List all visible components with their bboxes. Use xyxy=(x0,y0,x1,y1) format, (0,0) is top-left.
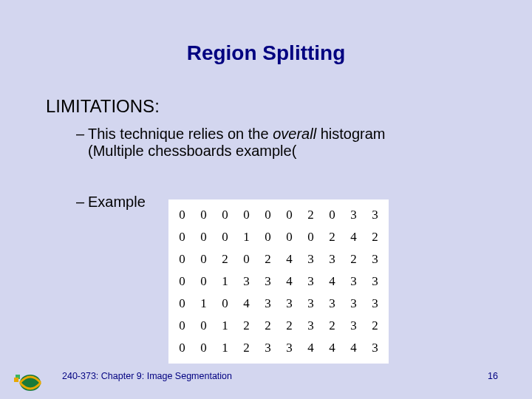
table-cell: 2 xyxy=(364,226,386,248)
table-cell: 3 xyxy=(257,270,279,293)
table-cell: 0 xyxy=(171,226,193,248)
table-cell: 1 xyxy=(236,226,257,248)
table-cell: 2 xyxy=(279,315,300,337)
table-cell: 0 xyxy=(171,248,193,270)
table-cell: 1 xyxy=(214,315,236,337)
table-cell: 0 xyxy=(171,270,193,293)
table-cell: 0 xyxy=(279,204,300,226)
table-cell: 0 xyxy=(171,337,193,359)
table-cell: 3 xyxy=(364,337,386,359)
table-cell: 3 xyxy=(343,270,364,293)
table-cell: 0 xyxy=(214,204,236,226)
table-cell: 0 xyxy=(171,204,193,226)
slide-number: 16 xyxy=(488,371,498,381)
dash-icon: – xyxy=(76,126,88,143)
section-heading: LIMITATIONS: xyxy=(46,96,160,117)
table-cell: 0 xyxy=(214,226,236,248)
data-matrix: 0000002033000100024200202433230013343433… xyxy=(168,200,389,364)
table-row: 0104333333 xyxy=(171,293,386,315)
table-cell: 2 xyxy=(214,248,236,270)
table-cell: 0 xyxy=(193,204,214,226)
table-cell: 4 xyxy=(300,337,321,359)
table-cell: 0 xyxy=(193,337,214,359)
slide: Region Splitting LIMITATIONS: –This tech… xyxy=(0,0,532,399)
table-cell: 3 xyxy=(300,270,321,293)
table-cell: 3 xyxy=(279,293,300,315)
table-row: 0012223232 xyxy=(171,315,386,337)
bullet-1-pre: This technique relies on the xyxy=(88,126,273,142)
table-cell: 2 xyxy=(236,337,257,359)
table-cell: 2 xyxy=(321,226,343,248)
table-cell: 2 xyxy=(236,315,257,337)
limitations-label: LIMITATIONS xyxy=(46,96,154,116)
table-cell: 0 xyxy=(257,226,279,248)
table-cell: 3 xyxy=(343,293,364,315)
bullet-item-2: –Example xyxy=(76,194,146,211)
table-cell: 4 xyxy=(343,226,364,248)
table-cell: 0 xyxy=(236,248,257,270)
colon: : xyxy=(154,96,160,116)
table-cell: 3 xyxy=(257,293,279,315)
table-cell: 0 xyxy=(171,315,193,337)
table-cell: 0 xyxy=(236,204,257,226)
table-cell: 0 xyxy=(193,226,214,248)
table-cell: 3 xyxy=(321,248,343,270)
table-cell: 4 xyxy=(279,248,300,270)
table-cell: 0 xyxy=(193,248,214,270)
table-cell: 0 xyxy=(193,315,214,337)
table-row: 0000002033 xyxy=(171,204,386,226)
table-cell: 3 xyxy=(236,270,257,293)
table-cell: 2 xyxy=(257,248,279,270)
logo-icon xyxy=(13,369,47,393)
table-cell: 1 xyxy=(214,337,236,359)
table-cell: 4 xyxy=(321,270,343,293)
table-row: 0020243323 xyxy=(171,248,386,270)
table-cell: 3 xyxy=(300,315,321,337)
slide-title: Region Splitting xyxy=(0,41,532,65)
table-cell: 4 xyxy=(343,337,364,359)
table-cell: 2 xyxy=(300,204,321,226)
table-cell: 0 xyxy=(214,293,236,315)
table-cell: 3 xyxy=(257,337,279,359)
table-cell: 3 xyxy=(364,204,386,226)
table-cell: 3 xyxy=(321,293,343,315)
table-cell: 0 xyxy=(193,270,214,293)
table-cell: 3 xyxy=(300,248,321,270)
table-cell: 0 xyxy=(321,204,343,226)
bullet-1-emph: overall xyxy=(273,126,316,142)
table-row: 0001000242 xyxy=(171,226,386,248)
footer-left: 240-373: Chapter 9: Image Segmentation xyxy=(62,371,232,381)
table-cell: 3 xyxy=(343,315,364,337)
table-row: 0012334443 xyxy=(171,337,386,359)
table-cell: 3 xyxy=(343,204,364,226)
table-cell: 3 xyxy=(364,293,386,315)
table-cell: 2 xyxy=(321,315,343,337)
table-cell: 0 xyxy=(300,226,321,248)
table-row: 0013343433 xyxy=(171,270,386,293)
table-cell: 1 xyxy=(214,270,236,293)
table-cell: 3 xyxy=(300,293,321,315)
table-cell: 0 xyxy=(257,204,279,226)
table-cell: 2 xyxy=(343,248,364,270)
table-cell: 1 xyxy=(193,293,214,315)
table-cell: 4 xyxy=(279,270,300,293)
table-cell: 2 xyxy=(364,315,386,337)
table-cell: 0 xyxy=(171,293,193,315)
table-cell: 4 xyxy=(236,293,257,315)
svg-rect-2 xyxy=(14,378,18,382)
table-cell: 2 xyxy=(257,315,279,337)
dash-icon: – xyxy=(76,194,88,211)
table-cell: 3 xyxy=(364,270,386,293)
bullet-2-text: Example xyxy=(88,194,146,210)
bullet-1-post: histogram xyxy=(316,126,385,142)
bullet-1-wrap: (Multiple chessboards example( xyxy=(88,143,490,160)
table-cell: 3 xyxy=(364,248,386,270)
bullet-item-1: –This technique relies on the overall hi… xyxy=(76,126,490,160)
table-cell: 0 xyxy=(279,226,300,248)
table-cell: 4 xyxy=(321,337,343,359)
table-cell: 3 xyxy=(279,337,300,359)
